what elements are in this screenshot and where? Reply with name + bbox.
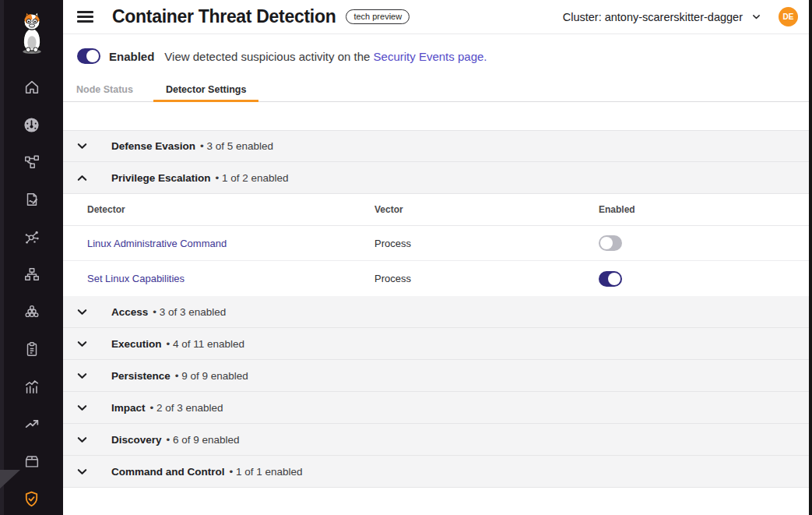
category-count: • 6 of 9 enabled — [167, 434, 240, 446]
vector-value: Process — [374, 238, 599, 249]
policy-recommendation-icon[interactable] — [0, 181, 63, 218]
window-edge — [809, 0, 812, 515]
tech-preview-badge: tech preview — [346, 9, 410, 24]
tab-bar: Node Status Detector Settings — [63, 78, 812, 102]
category-label: Command and Control — [111, 466, 225, 478]
trends-icon[interactable] — [0, 405, 63, 443]
category-label: Access — [111, 306, 148, 318]
detector-link-set-linux-capabilities[interactable]: Set Linux Capabilities — [87, 273, 374, 284]
service-graph-icon[interactable] — [0, 143, 63, 181]
table-row: Set Linux Capabilities Process — [63, 261, 812, 296]
category-count: • 3 of 3 enabled — [153, 306, 226, 318]
avatar[interactable]: DE — [779, 7, 798, 26]
tab-detector-settings[interactable]: Detector Settings — [153, 78, 259, 101]
top-bar: Container Threat Detection tech preview … — [63, 0, 812, 34]
sidebar-nav — [0, 69, 63, 515]
category-row-impact[interactable]: Impact • 2 of 3 enabled — [63, 392, 812, 424]
category-count: • 1 of 1 enabled — [230, 466, 303, 478]
detector-toggle[interactable] — [599, 235, 622, 251]
category-count: • 4 of 11 enabled — [167, 338, 245, 350]
security-events-link[interactable]: Security Events page. — [374, 50, 487, 63]
chevron-down-icon — [751, 12, 761, 22]
column-header-vector: Vector — [374, 204, 599, 215]
chevron-up-icon — [76, 172, 88, 184]
category-count: • 2 of 3 enabled — [150, 402, 223, 414]
cluster-selector[interactable]: Cluster: antony-scarerskitter-dagger — [563, 11, 761, 23]
statistics-chart-icon[interactable] — [0, 368, 63, 405]
calico-cat-logo[interactable] — [0, 0, 63, 69]
category-label: Execution — [111, 338, 162, 350]
column-header-enabled: Enabled — [599, 204, 812, 215]
dashboard-gauge-icon[interactable] — [0, 106, 63, 143]
detector-link-linux-administrative-command[interactable]: Linux Administrative Command — [87, 238, 374, 249]
tab-node-status[interactable]: Node Status — [64, 78, 146, 101]
category-row-command-and-control[interactable]: Command and Control • 1 of 1 enabled — [63, 456, 812, 488]
category-count: • 9 of 9 enabled — [175, 370, 248, 382]
sitemap-icon[interactable] — [0, 256, 63, 293]
home-icon[interactable] — [0, 69, 63, 106]
detector-table: Detector Vector Enabled Linux Administra… — [63, 194, 812, 296]
category-row-execution[interactable]: Execution • 4 of 11 enabled — [63, 328, 812, 360]
detector-settings-panel: Defense Evasion • 3 of 5 enabled Privile… — [63, 102, 812, 488]
category-label: Privilege Escalation — [111, 172, 211, 184]
category-row-persistence[interactable]: Persistence • 9 of 9 enabled — [63, 360, 812, 392]
network-graph-icon[interactable] — [0, 218, 63, 256]
chevron-down-icon — [76, 140, 88, 152]
chevron-down-icon — [76, 466, 88, 478]
vector-value: Process — [374, 273, 599, 284]
detector-table-header: Detector Vector Enabled — [63, 194, 812, 226]
detector-toggle[interactable] — [599, 271, 622, 287]
category-row-access[interactable]: Access • 3 of 3 enabled — [63, 296, 812, 328]
hamburger-menu-icon[interactable] — [77, 11, 93, 23]
chevron-down-icon — [76, 338, 88, 350]
main-area: Container Threat Detection tech preview … — [63, 0, 812, 515]
category-row-privilege-escalation[interactable]: Privilege Escalation • 1 of 2 enabled — [63, 162, 812, 194]
compliance-clipboard-icon[interactable] — [0, 330, 63, 368]
category-row-discovery[interactable]: Discovery • 6 of 9 enabled — [63, 424, 812, 456]
category-label: Impact — [111, 402, 146, 414]
banner-description: View detected suspicious activity on the — [164, 50, 373, 63]
category-row-defense-evasion[interactable]: Defense Evasion • 3 of 5 enabled — [63, 130, 812, 162]
enabled-toggle[interactable] — [77, 48, 100, 64]
sidebar-corner-wedge — [0, 470, 20, 489]
category-label: Persistence — [111, 370, 170, 382]
enable-banner: Enabled View detected suspicious activit… — [63, 34, 812, 78]
sidebar — [0, 0, 63, 515]
category-label: Defense Evasion — [111, 140, 195, 152]
cluster-selector-label: Cluster: antony-scarerskitter-dagger — [563, 11, 743, 23]
page-title: Container Threat Detection — [112, 6, 336, 27]
category-count: • 1 of 2 enabled — [216, 172, 289, 184]
enabled-label: Enabled — [109, 50, 154, 63]
category-label: Discovery — [111, 434, 162, 446]
endpoints-icon[interactable] — [0, 293, 63, 330]
chevron-down-icon — [76, 434, 88, 446]
chevron-down-icon — [76, 402, 88, 414]
column-header-detector: Detector — [87, 204, 374, 215]
chevron-down-icon — [76, 370, 88, 382]
chevron-down-icon — [76, 306, 88, 318]
table-row: Linux Administrative Command Process — [63, 226, 812, 261]
category-count: • 3 of 5 enabled — [200, 140, 273, 152]
